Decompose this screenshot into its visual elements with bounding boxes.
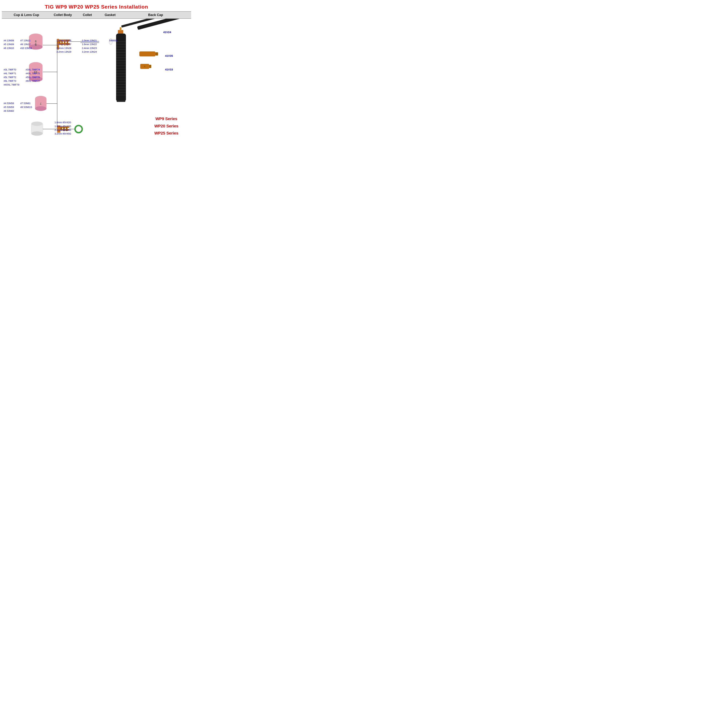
cup3-item4: #7 53N61	[20, 102, 32, 106]
cup1-item2: #5 13N09	[4, 43, 14, 46]
svg-rect-62	[35, 99, 46, 109]
cup2-labels: #3L 796F70 #4L 796F71 #5L 796F72 #6L 796…	[4, 68, 40, 87]
cup1-item4: #7 13N11	[20, 39, 32, 43]
backcap-label-41v24: 41V24	[163, 31, 171, 34]
cup1-item3: #6 13N10	[4, 46, 14, 50]
series-wp25: WP25 Series	[154, 130, 178, 137]
cup2-item2: #4L 796F71	[4, 72, 19, 75]
header-collet-body: Collet Body	[51, 13, 75, 17]
header-cup: Cup & Lens Cup	[2, 13, 51, 17]
cup3-item3: #6 53N60	[4, 109, 14, 113]
collet-body-item3: 2.4mm 13N28	[57, 46, 71, 50]
svg-text:9: 9	[35, 43, 37, 46]
backcap-label-41v33: 41V33	[165, 68, 173, 71]
cup2-item5: #4XXL 796F79	[4, 83, 19, 87]
cup2-item3: #5L 796F72	[4, 75, 19, 80]
svg-rect-24	[121, 19, 167, 28]
svg-rect-23	[120, 27, 122, 31]
cup2-item4: #6L 796F73	[4, 79, 19, 83]
cup2-item8: #5XL 796F76	[26, 75, 40, 80]
svg-rect-65	[31, 124, 43, 134]
collet-item3: 2.4mm 13N23	[82, 46, 97, 50]
series-labels: WP9 Series WP20 Series WP25 Series	[154, 115, 178, 137]
series-wp20: WP20 Series	[154, 122, 178, 130]
cup3-labels: #4 53N58 #5 53N59 #6 53N60 #7 53N61 #8 5…	[4, 102, 32, 113]
gasket-label: 598882	[109, 39, 117, 43]
collet-body-item1: 1.0mm 13N26	[57, 39, 71, 43]
gas-lens-item2: 1.6mm 45V43G	[55, 124, 71, 128]
cup3-item5: #8 53N61S	[20, 106, 32, 109]
cup3-item1: #4 53N58	[4, 102, 14, 106]
page-title: TIG WP9 WP20 WP25 Series Installation	[2, 2, 191, 11]
collet-body-item4: 3.2mm 13N29	[57, 50, 71, 54]
gasket-item: 598882	[109, 39, 117, 42]
svg-point-63	[35, 106, 46, 111]
svg-text:7: 7	[40, 102, 41, 105]
cup2-item1: #3L 796F70	[4, 68, 19, 72]
svg-point-66	[31, 122, 43, 126]
header-backcap: Back Cap	[120, 13, 191, 17]
collet-body-item2: 1.6mm 13N27	[57, 43, 71, 46]
cup1-item5: #8 13N12	[20, 43, 32, 46]
svg-rect-49	[139, 51, 155, 56]
header-gasket: Gasket	[100, 13, 120, 17]
cup1-item6: #10 13N13	[20, 46, 32, 50]
svg-rect-50	[155, 52, 158, 55]
diagram: 9 9	[2, 19, 191, 168]
svg-rect-25	[116, 34, 126, 101]
cup2-item9: #6XL 796F77	[26, 79, 40, 83]
svg-rect-47	[117, 101, 125, 102]
gas-lens-item3: 2.4mm 45V44G	[55, 128, 71, 132]
collet-item1: 1.0mm 13N21	[82, 39, 97, 43]
header-collet: Collet	[75, 13, 100, 17]
svg-point-53	[143, 65, 146, 68]
header-row: Cup & Lens Cup Collet Body Collet Gasket…	[2, 11, 191, 19]
svg-point-82	[75, 125, 82, 133]
collet-labels: 1.0mm 13N21 1.6mm 13N22 2.4mm 13N23 3.2m…	[82, 39, 97, 54]
collet-body-labels-top: 1.0mm 13N26 1.6mm 13N27 2.4mm 13N28 3.2m…	[57, 39, 71, 54]
gas-lens-item4: 3.2mm 45V45G	[55, 132, 71, 136]
cup2-item7: #4XL 796F75	[26, 72, 40, 75]
svg-point-67	[31, 132, 43, 136]
svg-text:9: 9	[35, 40, 37, 43]
cup2-item6: #3XL 796F74	[26, 68, 40, 72]
cup3-item2: #5 53N59	[4, 106, 14, 109]
gas-lens-item1: 1.0mm 45V42G	[55, 121, 71, 124]
svg-point-54	[144, 66, 145, 67]
svg-rect-52	[149, 65, 151, 68]
cup1-labels: #4 13N08 #5 13N09 #6 13N10 #7 13N11 #8 1…	[4, 39, 32, 50]
collet-item2: 1.6mm 13N22	[82, 43, 97, 46]
collet-item4: 3.2mm 13N24	[82, 50, 97, 54]
collet-body-labels-bottom: 1.0mm 45V42G 1.6mm 45V43G 2.4mm 45V44G 3…	[55, 121, 71, 136]
svg-point-61	[35, 96, 46, 102]
svg-rect-22	[118, 30, 123, 34]
page: TIG WP9 WP20 WP25 Series Installation Cu…	[0, 0, 193, 193]
content-area: 9 9	[2, 19, 191, 168]
cup1-item1: #4 13N08	[4, 39, 14, 43]
svg-rect-48	[137, 19, 183, 30]
backcap-label-41v35: 41V35	[165, 54, 173, 58]
series-wp9: WP9 Series	[154, 115, 178, 122]
svg-rect-51	[140, 64, 149, 69]
